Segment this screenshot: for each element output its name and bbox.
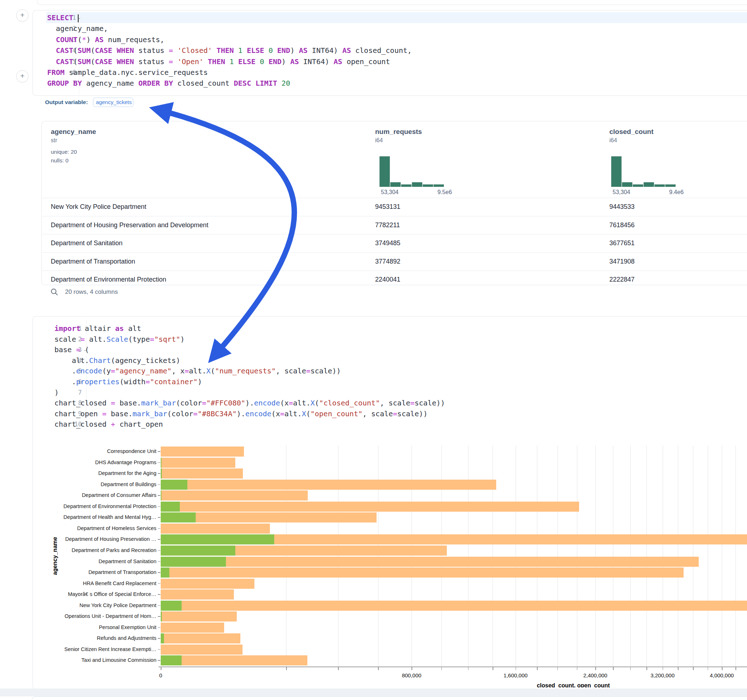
x-axis-tick-label: 3,200,000 — [650, 672, 674, 678]
gridline — [286, 445, 286, 667]
histogram-bar — [611, 156, 621, 187]
histogram-bar — [380, 156, 390, 187]
histogram-bar — [401, 184, 411, 187]
table-cell-closed_count: 3471908 — [609, 258, 635, 266]
code-line[interactable]: chart_closed = base.mark_bar(color="#FFC… — [54, 398, 445, 408]
y-axis-tick — [158, 627, 160, 628]
y-axis-label: Taxi and Limousine Commission — [82, 657, 156, 663]
gridline — [646, 445, 647, 667]
y-axis-tick — [158, 484, 160, 485]
gridline — [708, 445, 708, 667]
code-line[interactable]: agency_name, — [47, 23, 108, 34]
bar-closed-count — [161, 644, 242, 655]
x-axis-tick-label: 0 — [159, 672, 162, 678]
column-stat: unique: 20 — [51, 149, 77, 155]
code-line[interactable]: COUNT(*) AS num_requests, — [47, 34, 164, 45]
code-line[interactable]: CAST(SUM(CASE WHEN status = 'Open' THEN … — [47, 56, 390, 67]
bar-open-count — [161, 546, 235, 556]
column-type: i64 — [375, 137, 383, 144]
code-line[interactable]: SELECT — [47, 12, 79, 23]
code-line[interactable]: import altair as alt — [54, 323, 141, 334]
x-axis-tick — [161, 667, 162, 670]
output-variable-row: Output variable: agency_tickets — [45, 97, 133, 108]
text-cursor — [78, 14, 79, 22]
y-axis-label: Department of Homeless Services — [77, 525, 156, 531]
y-axis-label: Department of Parks and Recreation — [72, 547, 156, 553]
y-axis-label: Department of Sanitation — [99, 558, 156, 564]
x-axis-tick — [286, 667, 287, 670]
code-line[interactable]: base = ( — [54, 344, 89, 355]
y-axis-tick — [158, 605, 160, 606]
code-line[interactable]: alt.Chart(agency_tickets) — [54, 355, 180, 366]
page-gap — [0, 688, 747, 696]
y-axis-tick — [158, 649, 160, 650]
line-number: 7 — [69, 387, 82, 398]
y-axis-label: Personal Exemption Unit — [99, 625, 156, 630]
y-axis-label: Department of Transportation — [88, 569, 156, 575]
histogram-max-label: 9.5e6 — [437, 189, 452, 196]
y-axis-tick — [158, 638, 160, 639]
y-axis-label: New York City Police Department — [79, 602, 156, 608]
bar-closed-count — [161, 447, 244, 457]
x-axis-line — [159, 667, 747, 667]
bar-closed-count — [161, 557, 699, 567]
x-axis-tick — [378, 667, 379, 670]
code-line[interactable]: chart_open = base.mark_bar(color="#8BC34… — [54, 408, 428, 419]
y-axis-tick — [158, 506, 160, 507]
y-axis-tick — [158, 616, 160, 617]
active-line-highlight — [46, 12, 747, 23]
add-cell-button[interactable]: + — [16, 9, 29, 22]
bar-open-count — [161, 512, 196, 522]
histogram-bar — [633, 184, 643, 187]
bar-closed-count — [161, 600, 747, 611]
output-variable-input[interactable]: agency_tickets — [93, 98, 133, 107]
bar-open-count — [161, 534, 274, 545]
histogram-closed-count — [611, 156, 676, 187]
x-axis-tick-label: 4,000,000 — [710, 672, 734, 678]
add-cell-button[interactable]: + — [16, 70, 29, 83]
y-axis-label: Refunds and Adjustments — [97, 635, 156, 641]
y-axis-label: Department of Health and Mental Hyg… — [64, 514, 156, 520]
python-cell[interactable]: 1import altair as alt2scale = alt.Scale(… — [32, 316, 747, 689]
x-axis-tick — [516, 667, 516, 670]
x-axis-tick — [613, 667, 614, 670]
x-axis-tick — [558, 667, 558, 670]
y-axis-label: Correspondence Unit — [107, 448, 156, 454]
column-header[interactable]: num_requests — [375, 128, 422, 136]
column-header[interactable]: agency_name — [51, 128, 96, 136]
code-line[interactable]: chart_closed + chart_open — [54, 419, 163, 430]
code-line[interactable]: FROM sample_data.nyc.service_requests — [47, 67, 208, 78]
sql-cell[interactable]: 1⌄SELECT 2 agency_name,3 COUNT(*) AS num… — [32, 10, 747, 96]
y-axis-tick — [158, 495, 160, 496]
y-axis-tick — [158, 528, 160, 529]
bar-closed-count — [161, 579, 254, 589]
code-line[interactable]: ) — [54, 387, 59, 398]
code-line[interactable]: .encode(y="agency_name", x=alt.X("num_re… — [54, 365, 341, 376]
code-line[interactable]: .properties(width="container") — [54, 376, 202, 387]
bar-open-count — [161, 655, 181, 665]
y-axis-tick — [158, 660, 160, 661]
gridline — [613, 445, 613, 667]
output-variable-label: Output variable: — [45, 99, 88, 105]
table-cell-agency_name: Department of Housing Preservation and D… — [51, 222, 208, 229]
x-axis-tick — [722, 667, 723, 670]
x-axis-tick — [537, 667, 538, 670]
x-axis-tick — [442, 667, 442, 670]
histogram-bar — [423, 184, 433, 187]
gridline — [663, 445, 663, 667]
x-axis-tick — [468, 667, 469, 670]
code-line[interactable]: scale = alt.Scale(type="sqrt") — [54, 334, 184, 345]
table-cell-agency_name: New York City Police Department — [51, 203, 146, 211]
row-count-summary: 20 rows, 4 columns — [65, 288, 118, 295]
search-icon[interactable] — [50, 288, 58, 296]
code-line[interactable]: CAST(SUM(CASE WHEN status = 'Closed' THE… — [47, 45, 412, 56]
y-axis-tick — [158, 594, 160, 595]
code-line[interactable]: GROUP BY agency_name ORDER BY closed_cou… — [47, 78, 290, 89]
column-type: str — [51, 137, 57, 144]
column-header[interactable]: closed_count — [609, 128, 653, 136]
bar-closed-count — [161, 634, 240, 643]
histogram-bar — [390, 182, 401, 187]
y-axis-label: HRA Benefit Card Replacement — [83, 581, 156, 586]
gridline — [558, 445, 558, 667]
x-axis-tick-label: 1,600,000 — [504, 672, 528, 678]
